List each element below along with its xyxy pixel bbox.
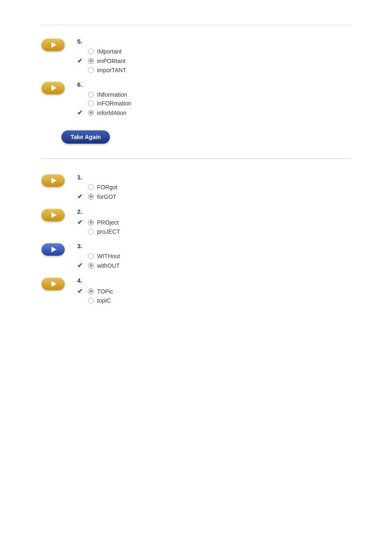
- option-row-q2-1: proJECT: [77, 228, 351, 235]
- option-text-q1-0: FORgot: [97, 184, 117, 191]
- option-text-q5-0: IMportant: [97, 48, 122, 55]
- radio-q1-0[interactable]: [88, 184, 94, 190]
- options-q5: IMportant✔imPORtantimporTANT: [77, 48, 351, 73]
- question-number-q3: 3.: [77, 242, 351, 249]
- question-content-q1: 1.FORgot✔forGOT: [77, 174, 351, 200]
- play-arrow-icon-q1: [51, 178, 56, 183]
- section-1: 5.IMportant✔imPORtantimporTANT6.INformat…: [41, 38, 351, 144]
- question-number-q5: 5.: [77, 38, 351, 45]
- radio-inner-q2-0: [90, 221, 93, 224]
- radio-inner-q4-0: [90, 290, 93, 293]
- take-again-button[interactable]: Take Again: [61, 130, 110, 144]
- option-text-q4-1: topIC: [97, 297, 111, 304]
- option-row-q3-1: ✔withOUT: [77, 262, 351, 269]
- option-text-q3-1: withOUT: [97, 262, 119, 269]
- radio-q1-1[interactable]: [88, 194, 94, 200]
- option-row-q6-1: inFORmation: [77, 100, 351, 107]
- option-text-q6-1: inFORmation: [97, 100, 131, 107]
- option-row-q5-1: ✔imPORtant: [77, 57, 351, 65]
- play-arrow-icon-q3: [51, 247, 56, 252]
- radio-q4-0[interactable]: [88, 289, 94, 294]
- option-text-q3-0: WITHout: [97, 253, 120, 259]
- option-row-q2-0: ✔PROject: [77, 218, 351, 226]
- check-icon-q1-1: ✔: [77, 193, 85, 200]
- option-text-q4-0: TOPic: [97, 288, 113, 295]
- question-number-q1: 1.: [77, 174, 351, 181]
- radio-q3-1[interactable]: [88, 263, 94, 269]
- radio-q6-0[interactable]: [88, 92, 94, 98]
- play-arrow-icon-q5: [51, 42, 56, 48]
- option-row-q5-2: imporTANT: [77, 67, 351, 73]
- option-text-q1-1: forGOT: [97, 193, 117, 200]
- question-content-q2: 2.✔PROjectproJECT: [77, 208, 351, 235]
- play-button-q5[interactable]: [41, 39, 65, 51]
- option-row-q5-0: IMportant: [77, 48, 351, 55]
- question-row-q3: 3.WITHout✔withOUT: [41, 242, 351, 269]
- option-text-q5-2: imporTANT: [97, 67, 127, 73]
- question-content-q4: 4.✔TOPictopIC: [77, 277, 351, 304]
- check-icon-q3-1: ✔: [77, 262, 85, 269]
- question-row-q4: 4.✔TOPictopIC: [41, 277, 351, 304]
- options-q2: ✔PROjectproJECT: [77, 218, 351, 235]
- radio-q6-1[interactable]: [88, 100, 94, 106]
- play-button-q6[interactable]: [41, 82, 65, 94]
- option-row-q4-1: topIC: [77, 297, 351, 304]
- question-row-q6: 6.INformationinFORmation✔inforMAtion: [41, 81, 351, 117]
- question-number-q4: 4.: [77, 277, 351, 284]
- play-button-q2[interactable]: [41, 209, 65, 221]
- options-q1: FORgot✔forGOT: [77, 184, 351, 200]
- question-content-q6: 6.INformationinFORmation✔inforMAtion: [77, 81, 351, 117]
- question-row-q2: 2.✔PROjectproJECT: [41, 208, 351, 235]
- options-q3: WITHout✔withOUT: [77, 253, 351, 269]
- option-text-q2-1: proJECT: [97, 228, 120, 235]
- play-arrow-icon-q6: [51, 85, 56, 91]
- top-divider: [41, 25, 351, 25]
- check-icon-q6-2: ✔: [77, 109, 85, 117]
- option-row-q6-0: INformation: [77, 91, 351, 98]
- check-icon-q5-1: ✔: [77, 57, 85, 65]
- radio-inner-q5-1: [90, 59, 93, 62]
- check-icon-q2-0: ✔: [77, 218, 85, 226]
- option-row-q4-0: ✔TOPic: [77, 287, 351, 295]
- check-icon-q4-0: ✔: [77, 287, 85, 295]
- radio-q5-0[interactable]: [88, 49, 94, 54]
- radio-inner-q6-2: [90, 111, 93, 114]
- play-arrow-icon-q4: [51, 281, 56, 287]
- options-q4: ✔TOPictopIC: [77, 287, 351, 304]
- question-number-q2: 2.: [77, 208, 351, 215]
- radio-q6-2[interactable]: [88, 110, 94, 116]
- play-button-q3[interactable]: [41, 243, 65, 256]
- play-button-q1[interactable]: [41, 174, 65, 187]
- play-arrow-icon-q2: [51, 212, 56, 218]
- radio-q2-1[interactable]: [88, 229, 94, 235]
- option-row-q3-0: WITHout: [77, 253, 351, 259]
- radio-inner-q1-1: [90, 195, 93, 198]
- question-row-q5: 5.IMportant✔imPORtantimporTANT: [41, 38, 351, 73]
- radio-q5-2[interactable]: [88, 67, 94, 73]
- question-row-q1: 1.FORgot✔forGOT: [41, 174, 351, 200]
- radio-q5-1[interactable]: [88, 58, 94, 64]
- section-separator: [41, 158, 351, 159]
- question-number-q6: 6.: [77, 81, 351, 88]
- section-2: 1.FORgot✔forGOT2.✔PROjectproJECT3.WITHou…: [41, 174, 351, 304]
- page: 5.IMportant✔imPORtantimporTANT6.INformat…: [0, 0, 392, 555]
- radio-inner-q3-1: [90, 264, 93, 267]
- question-content-q5: 5.IMportant✔imPORtantimporTANT: [77, 38, 351, 73]
- option-row-q1-1: ✔forGOT: [77, 193, 351, 200]
- question-content-q3: 3.WITHout✔withOUT: [77, 242, 351, 269]
- option-text-q6-0: INformation: [97, 91, 127, 98]
- play-button-q4[interactable]: [41, 278, 65, 290]
- options-q6: INformationinFORmation✔inforMAtion: [77, 91, 351, 117]
- option-row-q1-0: FORgot: [77, 184, 351, 191]
- option-text-q6-2: inforMAtion: [97, 110, 127, 116]
- radio-q2-0[interactable]: [88, 220, 94, 225]
- option-row-q6-2: ✔inforMAtion: [77, 109, 351, 117]
- option-text-q5-1: imPORtant: [97, 58, 125, 64]
- radio-q4-1[interactable]: [88, 298, 94, 303]
- option-text-q2-0: PROject: [97, 219, 119, 226]
- radio-q3-0[interactable]: [88, 253, 94, 259]
